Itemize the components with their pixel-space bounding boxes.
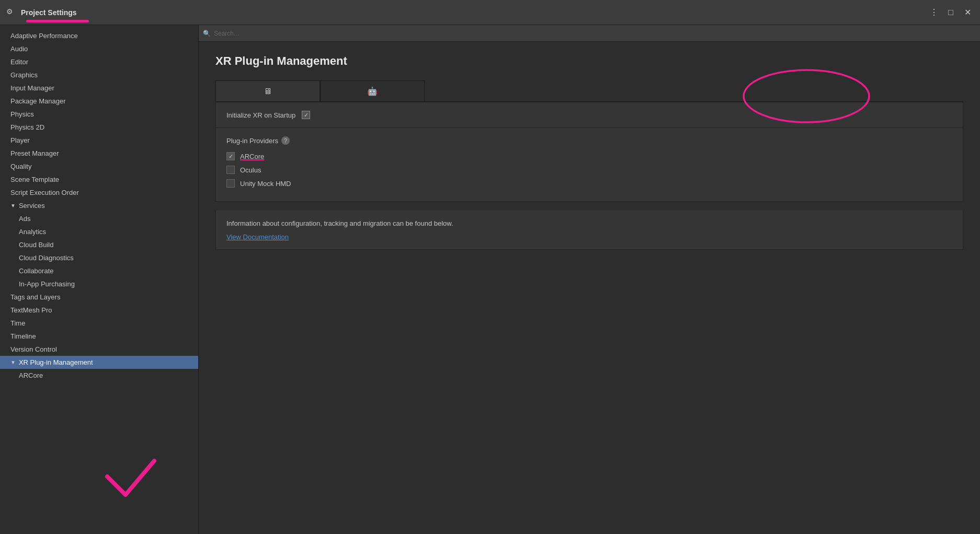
title-bar: ⚙ Project Settings ⋮ □ ✕	[0, 0, 980, 25]
sidebar-item-physics[interactable]: Physics	[0, 108, 198, 121]
sidebar: Adaptive PerformanceAudioEditorGraphicsI…	[0, 25, 199, 534]
sidebar-item-arcore[interactable]: ARCore	[0, 369, 198, 382]
plugin-unity-mock-hmd-row: Unity Mock HMD	[226, 179, 952, 188]
sidebar-item-editor[interactable]: Editor	[0, 55, 198, 68]
search-input[interactable]	[214, 30, 976, 37]
sidebar-item-textmesh-pro[interactable]: TextMesh Pro	[0, 304, 198, 317]
arcore-checkbox[interactable]: ✓	[226, 152, 235, 160]
sidebar-item-label: Script Execution Order	[10, 189, 79, 196]
sidebar-item-label: Physics	[10, 110, 34, 118]
arcore-label: ARCore	[240, 153, 264, 160]
main-layout: Adaptive PerformanceAudioEditorGraphicsI…	[0, 25, 980, 534]
sidebar-item-graphics[interactable]: Graphics	[0, 68, 198, 82]
sidebar-item-preset-manager[interactable]: Preset Manager	[0, 147, 198, 160]
close-button[interactable]: ✕	[961, 6, 974, 19]
oculus-label: Oculus	[240, 166, 261, 174]
initialize-xr-checkbox[interactable]: ✓	[302, 111, 310, 119]
unity-mock-hmd-checkbox[interactable]	[226, 179, 235, 188]
sidebar-item-label: ARCore	[19, 372, 43, 379]
sidebar-item-label: Physics 2D	[10, 123, 44, 131]
sidebar-item-adaptive-performance[interactable]: Adaptive Performance	[0, 29, 198, 42]
sidebar-item-label: Player	[10, 136, 30, 144]
sidebar-item-label: Time	[10, 319, 25, 327]
content-panel: XR Plug-in Management 🖥 🤖 Initialize XR …	[199, 42, 980, 534]
sidebar-item-label: Ads	[19, 215, 30, 223]
sidebar-item-label: Cloud Build	[19, 241, 54, 249]
sidebar-item-label: Editor	[10, 58, 28, 66]
sidebar-item-analytics[interactable]: Analytics	[0, 225, 198, 238]
sidebar-item-label: Audio	[10, 45, 28, 53]
settings-icon: ⚙	[6, 7, 17, 18]
sidebar-item-xr-plugin-management[interactable]: ▼XR Plug-in Management	[0, 356, 198, 369]
sidebar-item-label: Timeline	[10, 332, 36, 340]
sidebar-item-player[interactable]: Player	[0, 134, 198, 147]
sidebar-item-label: Services	[19, 202, 45, 210]
view-documentation-link[interactable]: View Documentation	[226, 233, 289, 241]
sidebar-item-cloud-diagnostics[interactable]: Cloud Diagnostics	[0, 251, 198, 264]
initialize-xr-row: Initialize XR on Startup ✓	[226, 111, 952, 119]
sidebar-item-label: Version Control	[10, 345, 57, 353]
plugin-oculus-row: Oculus	[226, 166, 952, 174]
search-icon: 🔍	[203, 30, 211, 37]
window-controls: ⋮ □ ✕	[928, 6, 974, 19]
menu-button[interactable]: ⋮	[928, 6, 940, 19]
oculus-checkbox[interactable]	[226, 166, 235, 174]
sidebar-item-label: XR Plug-in Management	[19, 358, 93, 366]
maximize-button[interactable]: □	[944, 6, 957, 19]
tab-desktop[interactable]: 🖥	[215, 80, 320, 101]
plugin-providers-section: Plug-in Providers ? ✓ ARCore Oculus Unit…	[215, 128, 963, 202]
sidebar-item-quality[interactable]: Quality	[0, 160, 198, 173]
sidebar-item-label: Input Manager	[10, 84, 54, 92]
pink-slider-decoration	[26, 20, 89, 22]
android-icon: 🤖	[367, 86, 378, 96]
initialize-xr-label: Initialize XR on Startup	[226, 111, 295, 119]
sidebar-item-label: Adaptive Performance	[10, 32, 78, 40]
sidebar-item-time[interactable]: Time	[0, 317, 198, 330]
sidebar-item-label: Cloud Diagnostics	[19, 254, 74, 262]
sidebar-item-label: Collaborate	[19, 267, 54, 275]
initialize-xr-section: Initialize XR on Startup ✓	[215, 102, 963, 128]
sidebar-item-label: Analytics	[19, 228, 46, 236]
info-text: Information about configuration, trackin…	[226, 218, 952, 229]
sidebar-item-label: Package Manager	[10, 97, 66, 105]
sidebar-item-audio[interactable]: Audio	[0, 42, 198, 55]
help-icon[interactable]: ?	[281, 136, 290, 145]
unity-mock-hmd-label: Unity Mock HMD	[240, 180, 291, 188]
plugin-arcore-row: ✓ ARCore	[226, 152, 952, 160]
plugin-providers-label: Plug-in Providers	[226, 137, 278, 145]
sidebar-item-input-manager[interactable]: Input Manager	[0, 82, 198, 95]
sidebar-item-services[interactable]: ▼Services	[0, 199, 198, 212]
sidebar-item-physics-2d[interactable]: Physics 2D	[0, 121, 198, 134]
sidebar-item-script-execution-order[interactable]: Script Execution Order	[0, 186, 198, 199]
sidebar-item-label: Scene Template	[10, 176, 59, 183]
sidebar-item-label: Tags and Layers	[10, 293, 60, 301]
tab-android[interactable]: 🤖	[320, 80, 425, 101]
arrow-icon: ▼	[10, 203, 16, 208]
sidebar-item-label: In-App Purchasing	[19, 280, 75, 288]
search-bar: 🔍	[199, 25, 980, 42]
desktop-icon: 🖥	[264, 87, 272, 96]
sidebar-item-tags-and-layers[interactable]: Tags and Layers	[0, 291, 198, 304]
sidebar-item-collaborate[interactable]: Collaborate	[0, 264, 198, 277]
sidebar-item-ads[interactable]: Ads	[0, 212, 198, 225]
sidebar-item-in-app-purchasing[interactable]: In-App Purchasing	[0, 277, 198, 291]
plugin-providers-header: Plug-in Providers ?	[226, 136, 952, 145]
sidebar-item-label: Quality	[10, 162, 31, 170]
sidebar-item-scene-template[interactable]: Scene Template	[0, 173, 198, 186]
arrow-icon: ▼	[10, 359, 16, 365]
sidebar-item-label: Graphics	[10, 71, 38, 79]
info-section: Information about configuration, trackin…	[215, 210, 963, 250]
sidebar-item-cloud-build[interactable]: Cloud Build	[0, 238, 198, 251]
tabs-row: 🖥 🤖	[215, 80, 963, 102]
page-title: XR Plug-in Management	[215, 54, 963, 68]
sidebar-item-version-control[interactable]: Version Control	[0, 343, 198, 356]
sidebar-item-timeline[interactable]: Timeline	[0, 330, 198, 343]
sidebar-item-label: TextMesh Pro	[10, 306, 52, 314]
sidebar-item-label: Preset Manager	[10, 149, 59, 157]
window-title: Project Settings	[21, 8, 77, 17]
sidebar-item-package-manager[interactable]: Package Manager	[0, 95, 198, 108]
content-area: 🔍 XR Plug-in Management 🖥 🤖	[199, 25, 980, 534]
